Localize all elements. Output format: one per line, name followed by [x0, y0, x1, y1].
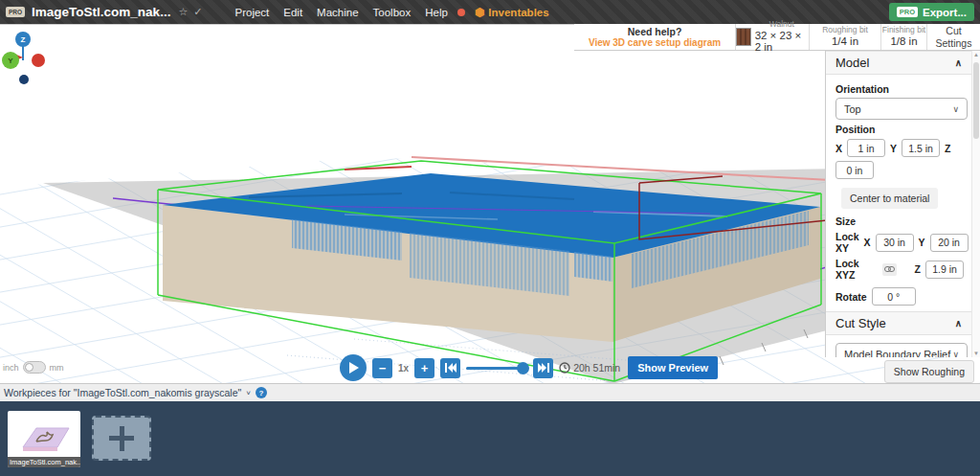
orientation-value: Top [844, 103, 861, 115]
axis-bottom-handle[interactable] [19, 75, 29, 84]
model-settings-panel: Model ∧ Orientation Top ∨ Position X Y Z… [825, 51, 980, 357]
export-button[interactable]: PRO Export... [889, 3, 974, 21]
size-z-input[interactable] [925, 261, 964, 279]
collapse-icon[interactable]: ∧ [955, 57, 962, 68]
cut-style-section-header[interactable]: Cut Style ∧ [826, 311, 971, 335]
position-label: Position [835, 124, 964, 135]
inventables-logo-icon: ⬢ [475, 6, 484, 19]
simulation-playback-bar: − 1x + 20h 51min Show Preview [340, 354, 718, 381]
chevron-down-icon: ∨ [952, 350, 959, 358]
unit-toggle-group: inch mm [3, 361, 64, 374]
size-x-input[interactable] [876, 234, 914, 252]
workpiece-preview-image [8, 411, 80, 457]
speed-increase-button[interactable]: + [414, 358, 434, 378]
inventables-link[interactable]: ⬢ Inventables [475, 6, 549, 19]
center-to-material-button[interactable]: Center to material [841, 188, 938, 209]
workpieces-header-text: Workpieces for "ImageToStl.com_nakomis g… [4, 387, 241, 398]
menu-project[interactable]: Project [234, 7, 269, 18]
menu-help[interactable]: Help [425, 7, 448, 18]
axis-y-label: Y [8, 57, 13, 65]
unit-mm-label: mm [50, 363, 64, 373]
speed-value: 1x [398, 363, 409, 374]
carve-setup-bar: Need help? View 3D carve setup diagram W… [574, 24, 980, 51]
size-x-label: X [864, 237, 871, 248]
collapse-icon[interactable]: ∧ [955, 318, 962, 329]
unit-inch-label: inch [3, 363, 19, 373]
position-y-label: Y [890, 143, 897, 154]
setup-diagram-link[interactable]: View 3D carve setup diagram [589, 37, 721, 49]
play-icon [348, 362, 359, 374]
rotate-input[interactable] [872, 287, 916, 306]
need-help-title: Need help? [628, 26, 682, 37]
inventables-label: Inventables [488, 7, 548, 18]
skip-to-start-button[interactable] [440, 358, 460, 378]
lock-xyz-label: Lock XYZ [835, 258, 878, 281]
link-icon[interactable] [882, 263, 897, 276]
roughing-bit-label: Roughing bit [822, 26, 868, 35]
finishing-bit-label: Finishing bit [882, 26, 925, 35]
position-x-input[interactable] [847, 139, 885, 157]
export-label: Export... [923, 7, 967, 18]
menu-items: Project Edit Machine Toolbox Help [234, 7, 447, 18]
workpiece-thumbnail-label: ImageToStl.com_nak... [8, 457, 80, 467]
play-button[interactable] [340, 354, 367, 381]
finishing-bit-selector[interactable]: Finishing bit 1/8 in [880, 24, 926, 50]
unit-toggle-switch[interactable] [23, 361, 46, 374]
cut-style-title: Cut Style [835, 316, 886, 330]
size-z-label: Z [915, 263, 921, 275]
notification-dot-icon [457, 9, 465, 16]
skip-end-icon [538, 363, 549, 373]
timeline-slider[interactable] [466, 362, 527, 374]
roughing-bit-value: 1/4 in [832, 35, 858, 48]
menu-machine[interactable]: Machine [317, 7, 358, 18]
model-section-title: Model [835, 56, 869, 70]
axis-x-handle[interactable] [32, 54, 45, 67]
saved-check-icon: ✓ [193, 6, 202, 18]
orientation-select[interactable]: Top ∨ [835, 98, 968, 120]
size-label: Size [835, 215, 964, 227]
chevron-down-icon[interactable]: ˅ [246, 389, 251, 397]
walnut-swatch-icon [736, 28, 751, 46]
material-name: Walnut [769, 20, 794, 29]
workpieces-header-bar[interactable]: Workpieces for "ImageToStl.com_nakomis g… [0, 383, 980, 401]
position-z-input[interactable] [835, 161, 874, 179]
carve-time-estimate: 20h 51min [559, 362, 620, 374]
menu-toolbox[interactable]: Toolbox [373, 7, 412, 18]
scroll-down-icon[interactable]: ▼ [973, 351, 979, 356]
clock-icon [559, 362, 570, 374]
top-menu-bar: PRO ImageToStl.com_nak... ☆ ✓ Project Ed… [0, 0, 980, 24]
cut-style-select[interactable]: Model Boundary Relief ∨ [835, 343, 968, 357]
rotate-label: Rotate [835, 291, 867, 303]
show-roughing-button[interactable]: Show Roughing [884, 360, 974, 383]
skip-to-end-button[interactable] [533, 358, 553, 378]
chevron-down-icon: ∨ [952, 104, 959, 114]
size-y-input[interactable] [930, 234, 969, 252]
lock-xy-label: Lock XY [835, 231, 859, 254]
position-z-label: Z [945, 143, 950, 154]
carve-time-text: 20h 51min [573, 362, 620, 374]
orientation-label: Orientation [835, 83, 964, 95]
export-pro-badge: PRO [897, 7, 918, 17]
roughing-bit-selector[interactable]: Roughing bit 1/4 in [809, 24, 880, 50]
cut-settings-button[interactable]: Cut Settings [926, 24, 980, 50]
workpieces-tray: ImageToStl.com_nak... [0, 401, 980, 476]
project-title: ImageToStl.com_nak... [32, 5, 170, 19]
model-section-header[interactable]: Model ∧ [826, 51, 971, 75]
scroll-up-icon[interactable]: ▲ [973, 52, 979, 57]
star-icon[interactable]: ☆ [178, 6, 188, 18]
axis-z-label: Z [21, 35, 26, 44]
slider-handle[interactable] [517, 362, 529, 374]
material-dimensions: 32 × 23 × 2 in [755, 30, 809, 54]
add-workpiece-button[interactable] [92, 416, 151, 461]
speed-decrease-button[interactable]: − [372, 358, 392, 378]
scrollbar-thumb[interactable] [973, 62, 979, 139]
axis-gizmo[interactable]: Z Y [2, 28, 48, 85]
show-preview-button[interactable]: Show Preview [628, 356, 718, 379]
material-selector[interactable]: Walnut 32 × 23 × 2 in [735, 24, 809, 50]
skip-start-icon [445, 363, 457, 373]
menu-edit[interactable]: Edit [283, 7, 302, 18]
workpiece-thumbnail[interactable]: ImageToStl.com_nak... [8, 411, 80, 467]
position-y-input[interactable] [902, 139, 940, 157]
workpieces-help-icon[interactable]: ? [256, 387, 267, 398]
toggle-knob [25, 363, 33, 372]
